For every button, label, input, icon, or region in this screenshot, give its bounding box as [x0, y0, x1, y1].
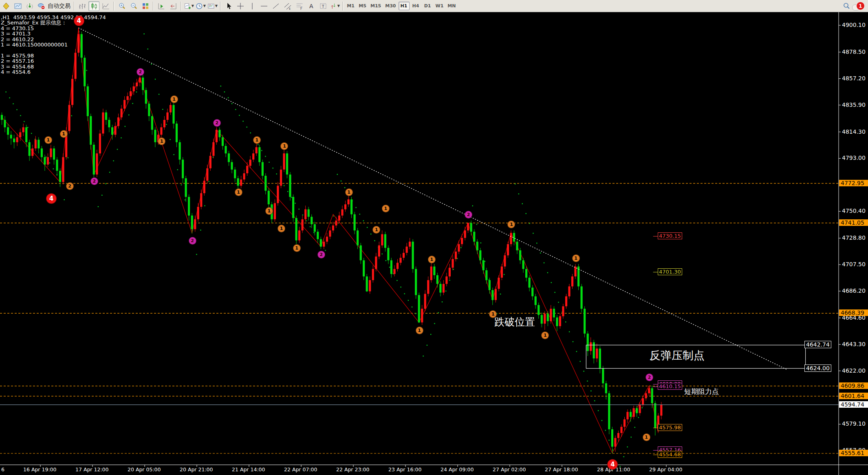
y-axis-level-label: 4601.64 [839, 393, 868, 399]
price-tag: 4730.15 [658, 232, 682, 239]
channel-button[interactable]: E [282, 1, 293, 11]
mt4-window: { "toolbar": { "auto_trading_label": "自动… [0, 0, 868, 475]
timeframe-m1[interactable]: M1 [345, 2, 356, 10]
semafor-1-marker: 1 [44, 136, 52, 144]
price-tag: 4575.98 [658, 424, 682, 431]
timeframe-m5[interactable]: M5 [357, 2, 368, 10]
auto-scroll-icon [169, 2, 177, 10]
x-axis-time-label: 21 Apr 14:00 [232, 466, 265, 473]
semafor-2-marker: 2 [213, 119, 221, 127]
notification-badge[interactable]: 1 [856, 2, 865, 10]
x-axis-time-label: 23 Apr 16:00 [388, 466, 422, 473]
x-axis-time-label: 22 Apr 07:00 [284, 466, 317, 473]
y-axis-level-label: 4772.95 [839, 180, 868, 186]
semafor-1-marker: 1 [265, 207, 273, 215]
timeframe-w1[interactable]: W1 [434, 2, 445, 10]
toolbar-separator [181, 2, 181, 11]
dropdown-arrow-icon[interactable]: ▼ [192, 4, 194, 8]
semafor-1-marker: 1 [60, 130, 68, 138]
semafor-2-marker: 2 [189, 237, 196, 245]
y-axis-tick: 4835.90 [842, 102, 866, 108]
x-axis-time-label: 27 Apr 02:00 [493, 466, 526, 473]
new-chart-button[interactable]: ▼ [183, 1, 194, 11]
arrow-tools-button[interactable]: ▼ [329, 1, 340, 11]
dropdown-arrow-icon[interactable]: ▼ [203, 4, 206, 8]
zoom-out-button[interactable] [128, 1, 139, 11]
chart-window-button[interactable] [12, 1, 23, 11]
dropdown-arrow-icon[interactable]: ▼ [337, 4, 340, 8]
text-label-button[interactable]: A [306, 1, 317, 11]
signal-icon [26, 2, 34, 10]
timeframe-mn[interactable]: MN [446, 2, 457, 10]
auto-scroll-button[interactable] [167, 1, 178, 11]
channel-icon: E [284, 2, 292, 10]
period-button[interactable]: ▼ [195, 1, 206, 11]
plot-canvas [0, 12, 868, 475]
toolbar-separator [74, 2, 75, 11]
fibonacci-button[interactable]: F [294, 1, 305, 11]
auto-trading-icon [37, 2, 46, 10]
timeframe-h4[interactable]: H4 [410, 2, 421, 10]
search-icon [842, 2, 850, 10]
zoom-in-icon [118, 2, 126, 10]
semafor-4-marker: 4 [74, 15, 84, 26]
x-axis-time-label: 16 Apr 19:00 [23, 466, 57, 473]
auto-trading-button[interactable] [36, 1, 47, 11]
zoom-in-button[interactable] [116, 1, 127, 11]
x-axis-time-label: 17 Apr 12:00 [75, 466, 109, 473]
y-axis-tick: 4878.50 [842, 49, 866, 55]
new-order-diamond-icon [2, 2, 10, 10]
semafor-1-marker: 1 [428, 256, 436, 263]
y-axis-level-label: 4555.61 [839, 450, 868, 456]
toolbar: 自动交易▼▼▼EFAT▼M1M5M15M30H1H4D1W1MN1 [0, 0, 868, 12]
x-axis-time-label: 20 Apr 05:00 [128, 466, 161, 473]
vertical-line-button[interactable] [247, 1, 258, 11]
template-button[interactable]: ▼ [207, 1, 218, 11]
price-tag: 4554.68 [658, 451, 682, 458]
x-axis-time-label: 24 Apr 09:00 [441, 466, 474, 473]
annotation-breakdown: 跌破位置 [494, 315, 535, 329]
cursor-button[interactable] [223, 1, 234, 11]
signal-button[interactable] [24, 1, 35, 11]
y-axis-level-label: 4741.05 [839, 219, 868, 226]
x-axis-time-label: 22 Apr 23:00 [336, 466, 370, 473]
line-chart-button[interactable] [100, 1, 111, 11]
candle-chart-button[interactable] [88, 1, 99, 11]
timeframe-h1[interactable]: H1 [399, 2, 410, 10]
zoom-out-icon [130, 2, 138, 10]
y-axis-tick: 4750.40 [842, 208, 866, 214]
tile-windows-button[interactable] [140, 1, 151, 11]
chart-shift-icon [157, 2, 165, 10]
semafor-1-marker: 1 [345, 188, 353, 196]
new-order-diamond-button[interactable] [0, 1, 11, 11]
toolbar-separator [220, 2, 221, 11]
semafor-2-marker: 2 [66, 182, 74, 190]
line-chart-icon [102, 2, 110, 10]
toolbar-separator [153, 2, 154, 11]
semafor-1-marker: 1 [643, 433, 650, 441]
dropdown-arrow-icon[interactable]: ▼ [215, 4, 218, 8]
trend-line-button[interactable] [270, 1, 281, 11]
semafor-4-marker: 4 [46, 193, 57, 204]
text-label-icon: A [307, 2, 315, 10]
candle-chart-icon [90, 2, 98, 10]
timeframe-d1[interactable]: D1 [422, 2, 433, 10]
level-box-label: 4642.74 [804, 341, 831, 348]
auto-trading-label[interactable]: 自动交易 [48, 2, 70, 10]
crosshair-button[interactable] [235, 1, 246, 11]
vertical-line-icon [248, 2, 256, 10]
search-button[interactable] [841, 1, 852, 11]
semafor-1-marker: 1 [278, 225, 285, 232]
bar-chart-button[interactable] [77, 1, 88, 11]
chart-area[interactable]: ,H1 4593.59 4595.34 4592.83 4594.74 Z_Se… [0, 12, 868, 475]
horizontal-line-button[interactable] [258, 1, 269, 11]
horizontal-line-icon [260, 2, 268, 10]
x-axis-time-label: 29 Apr 04:00 [649, 466, 683, 473]
timeframe-m15[interactable]: M15 [369, 2, 383, 10]
indicator-info-overlay: ,H1 4593.59 4595.34 4592.83 4594.74 Z_Se… [1, 15, 106, 75]
timeframe-m30[interactable]: M30 [383, 2, 397, 10]
y-axis-tick: 4857.20 [842, 75, 866, 82]
x-axis-time-label: 27 Apr 18:00 [545, 466, 578, 473]
text-box-button[interactable]: T [317, 1, 328, 11]
chart-shift-button[interactable] [156, 1, 167, 11]
